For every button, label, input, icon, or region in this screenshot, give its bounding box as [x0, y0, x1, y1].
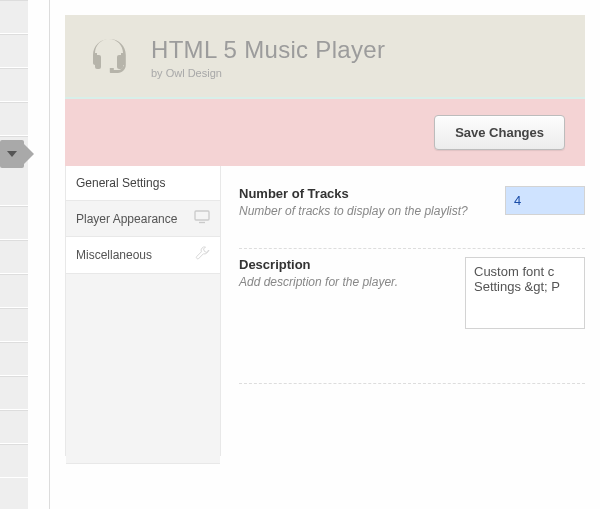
sidebar-item-label: Player Appearance	[76, 212, 177, 226]
content-area: HTML 5 Music Player by Owl Design Save C…	[50, 0, 600, 509]
monitor-icon	[194, 210, 210, 227]
action-bar: Save Changes	[65, 99, 585, 166]
plugin-title: HTML 5 Music Player	[151, 36, 385, 64]
sidebar-heading: General Settings	[66, 166, 220, 201]
field-help: Number of tracks to display on the playl…	[239, 204, 475, 218]
chevron-down-icon	[7, 151, 17, 157]
sidebar-item-label: Miscellaneous	[76, 248, 152, 262]
sidebar-fill	[66, 274, 220, 464]
svg-rect-2	[195, 211, 209, 220]
svg-rect-1	[117, 55, 123, 69]
field-help: Add description for the player.	[239, 275, 435, 289]
form-area: Number of Tracks Number of tracks to dis…	[221, 166, 585, 456]
description-textarea[interactable]	[465, 257, 585, 329]
field-row-description: Description Add description for the play…	[239, 249, 585, 384]
field-title: Description	[239, 257, 435, 272]
sidebar-item-miscellaneous[interactable]: Miscellaneous	[66, 237, 220, 274]
settings-panel: General Settings Player Appearance Misce…	[65, 166, 585, 456]
wp-admin-rail	[0, 0, 28, 509]
save-changes-button[interactable]: Save Changes	[434, 115, 565, 150]
plugin-header: HTML 5 Music Player by Owl Design	[65, 15, 585, 99]
field-row-tracks: Number of Tracks Number of tracks to dis…	[239, 178, 585, 249]
number-of-tracks-input[interactable]	[505, 186, 585, 215]
headset-icon	[85, 33, 133, 81]
svg-rect-0	[95, 55, 101, 69]
sidebar-item-player-appearance[interactable]: Player Appearance	[66, 201, 220, 237]
field-title: Number of Tracks	[239, 186, 475, 201]
settings-sidebar: General Settings Player Appearance Misce…	[66, 166, 221, 456]
collapse-menu-tab[interactable]	[0, 140, 24, 168]
wrench-icon	[195, 246, 210, 264]
plugin-byline: by Owl Design	[151, 67, 385, 79]
